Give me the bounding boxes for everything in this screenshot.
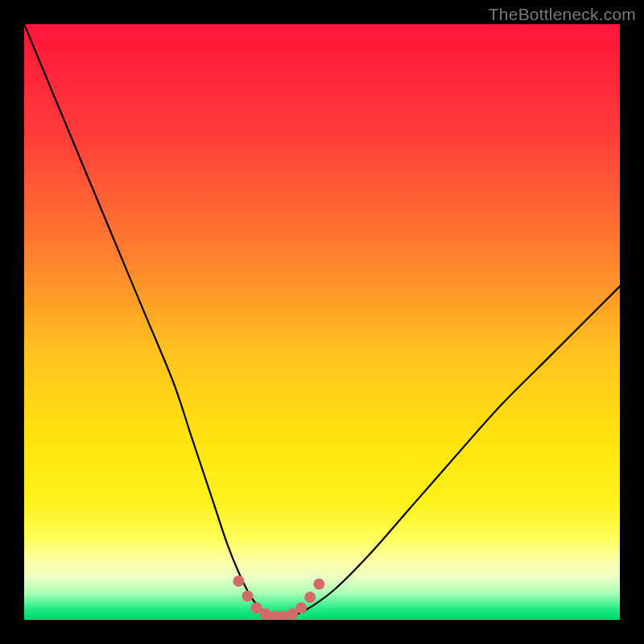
bottleneck-plot [24, 24, 620, 620]
watermark-text: TheBottleneck.com [489, 5, 636, 24]
gradient-background [24, 24, 620, 620]
trough-dot [295, 602, 307, 613]
trough-dot [242, 590, 254, 601]
chart-frame [24, 24, 620, 620]
trough-dot [304, 592, 316, 603]
trough-dot [313, 579, 324, 590]
trough-dot [233, 576, 244, 587]
